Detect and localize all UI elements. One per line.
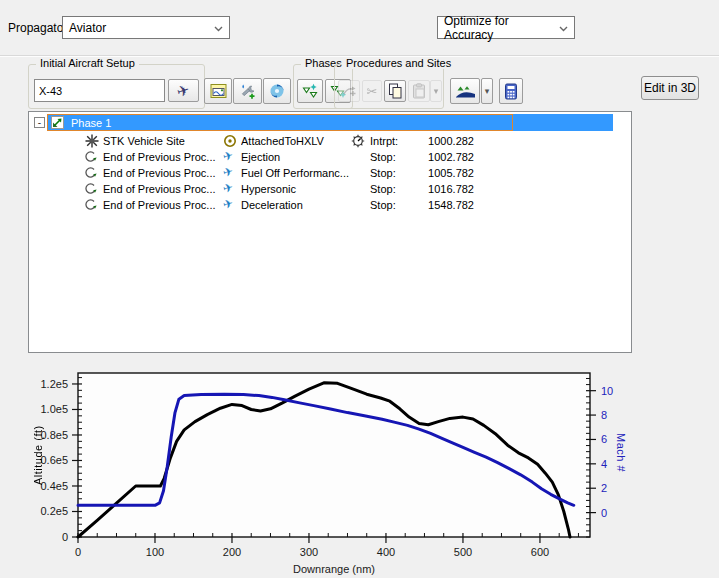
performance-models-icon bbox=[239, 83, 256, 100]
propagator-value: Aviator bbox=[69, 21, 106, 35]
end-previous-icon bbox=[83, 150, 97, 164]
row-time-value: 1002.782 bbox=[410, 149, 474, 165]
procedure-plane-icon: ✈ bbox=[221, 195, 235, 213]
row-time-value: 1005.782 bbox=[410, 165, 474, 181]
svg-text:1.2e5: 1.2e5 bbox=[40, 378, 68, 390]
svg-text:10: 10 bbox=[601, 385, 613, 397]
svg-text:0.8e5: 0.8e5 bbox=[40, 429, 68, 441]
aircraft-catalog-button[interactable] bbox=[204, 78, 232, 104]
initial-aircraft-setup-label: Initial Aircraft Setup bbox=[36, 57, 139, 69]
airplane-icon: ✈ bbox=[175, 80, 193, 101]
edit-in-3d-label: Edit in 3D bbox=[644, 81, 696, 95]
interrupt-gear-icon bbox=[351, 134, 365, 148]
paste-icon bbox=[412, 83, 426, 99]
row-procedure-label: Fuel Off Performanc... bbox=[241, 165, 349, 181]
svg-text:300: 300 bbox=[300, 546, 318, 558]
calculator-icon bbox=[504, 83, 518, 100]
svg-text:1.0e5: 1.0e5 bbox=[40, 403, 68, 415]
row-time-value: 1016.782 bbox=[410, 181, 474, 197]
row-time-type: Stop: bbox=[370, 197, 410, 213]
row-start-label: End of Previous Proc... bbox=[103, 165, 221, 181]
terrain-icon bbox=[455, 84, 476, 99]
row-procedure-label: Ejection bbox=[241, 149, 349, 165]
copy-button[interactable] bbox=[384, 80, 406, 102]
end-previous-icon bbox=[83, 198, 97, 212]
row-procedure-label: AttachedToHXLV bbox=[241, 133, 349, 149]
dropdown-arrow-icon: ▾ bbox=[434, 86, 439, 96]
chart-yaxis-right-title: Mach # bbox=[615, 420, 627, 485]
phase-label: Phase 1 bbox=[71, 115, 111, 131]
row-time-type: Stop: bbox=[370, 181, 410, 197]
procedures-and-sites-group: Procedures and Sites ✂ ▾ bbox=[334, 64, 444, 109]
phase-tree: - Phase 1 STK Vehicle Site AttachedToHXL… bbox=[28, 111, 632, 353]
phase-flag-icon bbox=[51, 116, 64, 129]
row-start-label: End of Previous Proc... bbox=[103, 181, 221, 197]
row-time-value: 1000.282 bbox=[410, 133, 474, 149]
procedures-and-sites-label: Procedures and Sites bbox=[342, 57, 455, 69]
row-procedure-label: Hypersonic bbox=[241, 181, 349, 197]
tree-row[interactable]: End of Previous Proc... ✈ Ejection Stop:… bbox=[29, 149, 629, 165]
add-procedure-icon bbox=[342, 84, 357, 98]
tree-row[interactable]: STK Vehicle Site AttachedToHXLV Intrpt: … bbox=[29, 133, 629, 149]
tree-row[interactable]: End of Previous Proc... ✈ Deceleration S… bbox=[29, 197, 629, 213]
expander-button[interactable]: - bbox=[34, 117, 45, 128]
optimize-select[interactable]: Optimize for Accuracy bbox=[437, 16, 575, 39]
tree-row[interactable]: End of Previous Proc... ✈ Fuel Off Perfo… bbox=[29, 165, 629, 181]
tree-row[interactable]: End of Previous Proc... ✈ Hypersonic Sto… bbox=[29, 181, 629, 197]
procedure-plane-icon: ✈ bbox=[221, 163, 235, 181]
add-procedure-button[interactable] bbox=[338, 80, 360, 102]
end-previous-icon bbox=[83, 182, 97, 196]
svg-text:600: 600 bbox=[531, 546, 549, 558]
row-time-type: Stop: bbox=[370, 165, 410, 181]
row-time-type: Stop: bbox=[370, 149, 410, 165]
insert-phase-before-icon bbox=[301, 83, 319, 99]
svg-text:Downrange (nm): Downrange (nm) bbox=[293, 563, 375, 575]
calculator-button[interactable] bbox=[499, 78, 523, 104]
chevron-down-icon bbox=[214, 21, 223, 35]
terrain-button[interactable] bbox=[450, 78, 480, 104]
initial-aircraft-setup-group: Initial Aircraft Setup ✈ bbox=[28, 64, 205, 109]
row-time-value: 1548.782 bbox=[410, 197, 474, 213]
procedure-plane-icon: ✈ bbox=[221, 179, 235, 197]
paste-button[interactable] bbox=[408, 80, 430, 102]
phase-focus-rect bbox=[47, 114, 513, 131]
svg-text:2: 2 bbox=[601, 482, 607, 494]
svg-text:8: 8 bbox=[601, 409, 607, 421]
edit-in-3d-button[interactable]: Edit in 3D bbox=[641, 76, 699, 100]
site-circle-icon bbox=[223, 134, 237, 148]
svg-text:0: 0 bbox=[601, 507, 607, 519]
aircraft-catalog-icon bbox=[210, 83, 227, 99]
insert-phase-before-button[interactable] bbox=[297, 79, 323, 103]
row-start-label: End of Previous Proc... bbox=[103, 197, 221, 213]
row-procedure-label: Deceleration bbox=[241, 197, 349, 213]
optimize-value: Optimize for Accuracy bbox=[444, 14, 559, 42]
select-aircraft-button[interactable]: ✈ bbox=[168, 79, 199, 102]
cut-button[interactable]: ✂ bbox=[362, 80, 382, 102]
wind-model-button[interactable] bbox=[263, 78, 291, 104]
altitude-mach-chart: 010020030040050060000.2e50.4e50.6e50.8e5… bbox=[0, 363, 719, 578]
copy-icon bbox=[388, 83, 403, 99]
vehicle-site-icon bbox=[85, 134, 99, 148]
performance-models-button[interactable] bbox=[233, 78, 262, 104]
propagator-select[interactable]: Aviator bbox=[62, 16, 230, 39]
phase-row[interactable]: - Phase 1 bbox=[29, 114, 629, 131]
svg-text:500: 500 bbox=[454, 546, 472, 558]
procedure-plane-icon: ✈ bbox=[221, 147, 235, 165]
aircraft-name-input[interactable] bbox=[34, 79, 165, 102]
svg-text:0: 0 bbox=[75, 546, 81, 558]
paste-dropdown-button[interactable]: ▾ bbox=[430, 80, 442, 102]
row-start-label: STK Vehicle Site bbox=[103, 133, 221, 149]
end-previous-icon bbox=[83, 166, 97, 180]
svg-text:0: 0 bbox=[62, 531, 68, 543]
row-start-label: End of Previous Proc... bbox=[103, 149, 221, 165]
svg-text:200: 200 bbox=[223, 546, 241, 558]
terrain-dropdown-button[interactable]: ▾ bbox=[481, 78, 493, 104]
chart-yaxis-left-title: Altitude (ft) bbox=[32, 400, 44, 510]
scissors-icon: ✂ bbox=[367, 84, 378, 99]
svg-text:400: 400 bbox=[377, 546, 395, 558]
wind-model-icon bbox=[269, 83, 285, 99]
svg-text:0.4e5: 0.4e5 bbox=[40, 480, 68, 492]
svg-text:0.2e5: 0.2e5 bbox=[40, 505, 68, 517]
svg-text:4: 4 bbox=[601, 458, 607, 470]
svg-text:0.6e5: 0.6e5 bbox=[40, 454, 68, 466]
